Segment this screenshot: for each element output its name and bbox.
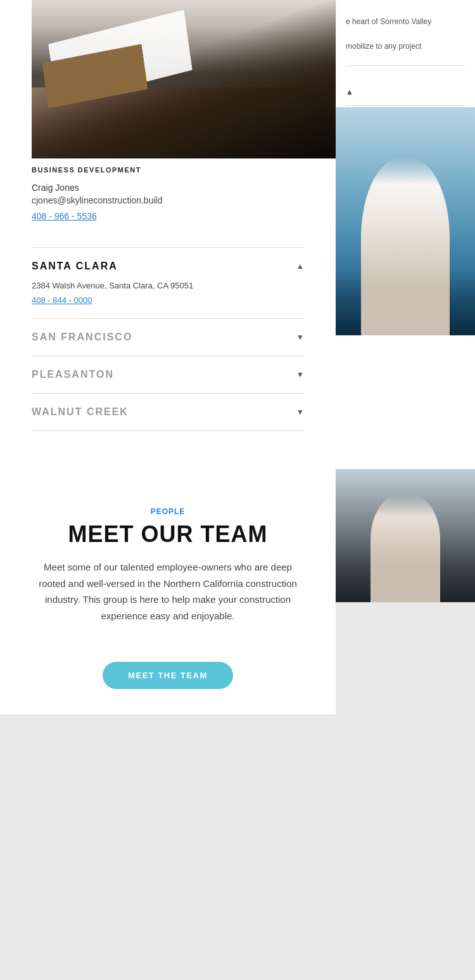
team-description: Meet some of our talented employee-owner… <box>32 559 304 624</box>
office-item-walnut-creek: WALNUT CREEK ▼ <box>32 394 304 431</box>
person-photo-2 <box>336 469 475 602</box>
meet-team-button[interactable]: MEET THE TEAM <box>103 662 233 689</box>
sidebar-text-1: e heart of Sorrento Valley <box>346 16 466 28</box>
office-header-pleasanton[interactable]: PLEASANTON ▼ <box>32 369 304 380</box>
chevron-down-icon-walnut-creek: ▼ <box>296 408 304 416</box>
office-item-san-francisco: SAN FRANCISCO ▼ <box>32 319 304 356</box>
chevron-up-icon-santa-clara: ▲ <box>296 262 304 271</box>
biz-dev-label: BUSINESS DEVELOPMENT <box>32 166 304 174</box>
team-eyebrow: PEOPLE <box>32 507 304 516</box>
office-details-santa-clara: 2384 Walsh Avenue, Santa Clara, CA 95051… <box>32 281 304 306</box>
offices-list: SANTA CLARA ▲ 2384 Walsh Avenue, Santa C… <box>0 247 336 431</box>
contact-phone-link[interactable]: 408 - 966 - 5536 <box>32 211 97 221</box>
page-wrapper: e heart of Sorrento Valley mobilize to a… <box>0 0 475 714</box>
sidebar-text-2: mobilize to any project <box>346 41 466 53</box>
office-name-pleasanton: PLEASANTON <box>32 369 114 380</box>
office-header-santa-clara[interactable]: SANTA CLARA ▲ <box>32 261 304 272</box>
chevron-down-icon-pleasanton: ▼ <box>296 370 304 379</box>
team-sidebar <box>336 469 475 714</box>
team-section: PEOPLE MEET OUR TEAM Meet some of our ta… <box>0 469 336 649</box>
contact-email: cjones@skylineconstruction.build <box>32 195 304 205</box>
chevron-down-icon-san-francisco: ▼ <box>296 333 304 342</box>
team-main: PEOPLE MEET OUR TEAM Meet some of our ta… <box>0 469 336 714</box>
office-name-walnut-creek: WALNUT CREEK <box>32 406 129 418</box>
sidebar-divider-1 <box>346 65 466 66</box>
person-photo-1 <box>336 107 475 335</box>
sidebar-acc-item-1[interactable]: ▲ <box>346 79 466 106</box>
contact-name: Craig Jones <box>32 183 304 193</box>
office-name-santa-clara: SANTA CLARA <box>32 261 118 272</box>
team-section-wrapper: PEOPLE MEET OUR TEAM Meet some of our ta… <box>0 469 475 714</box>
team-cta-area: MEET THE TEAM <box>0 649 336 714</box>
sidebar-acc-label-1: ▲ <box>346 87 353 96</box>
office-address-santa-clara: 2384 Walsh Avenue, Santa Clara, CA 95051 <box>32 281 304 290</box>
office-name-san-francisco: SAN FRANCISCO <box>32 332 132 343</box>
office-header-san-francisco[interactable]: SAN FRANCISCO ▼ <box>32 332 304 343</box>
biz-dev-section: BUSINESS DEVELOPMENT Craig Jones cjones@… <box>0 157 336 235</box>
team-title: MEET OUR TEAM <box>32 521 304 548</box>
office-item-santa-clara: SANTA CLARA ▲ 2384 Walsh Avenue, Santa C… <box>32 247 304 319</box>
office-item-pleasanton: PLEASANTON ▼ <box>32 356 304 394</box>
office-phone-santa-clara[interactable]: 408 - 844 - 0000 <box>32 295 92 305</box>
office-header-walnut-creek[interactable]: WALNUT CREEK ▼ <box>32 406 304 418</box>
hero-image <box>32 0 336 158</box>
